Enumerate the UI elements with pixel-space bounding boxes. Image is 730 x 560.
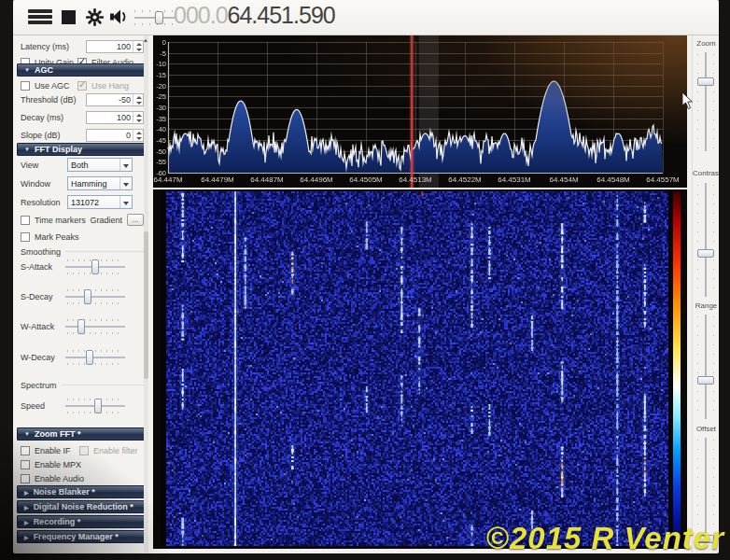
y-tick-label: -5 [153,49,166,58]
enable-audio-label: Enable Audio [35,474,84,483]
mark-peaks-checkbox[interactable] [21,232,30,242]
zoom-slider-thumb[interactable] [697,77,714,86]
window-dropdown[interactable]: Hamming [67,176,133,190]
y-tick-label: -45 [153,136,166,145]
zoom-slider[interactable] [696,52,715,151]
x-tick-label: 64.4496M [300,175,333,184]
volume-thumb[interactable] [155,11,163,24]
decay-spinner[interactable]: 100 [86,111,144,124]
sdrsharp-window: 000.064.451.590 Latency (ms) 100 Unity G… [13,0,719,553]
x-tick-label: 64.4531M [498,175,531,184]
slope-spinner[interactable]: 0 [86,129,144,142]
speed-slider[interactable] [65,399,125,413]
collapse-arrow-icon: ▼ [24,67,30,73]
threshold-label: Threshold (dB) [21,95,77,105]
contrast-slider-thumb[interactable] [697,249,714,258]
y-tick-label: -20 [153,82,166,91]
s-decay-label: S-Decay [21,292,65,301]
collapse-arrow-icon: ▼ [24,431,30,437]
time-markers-checkbox[interactable] [21,216,30,225]
scroll-up-icon[interactable]: ▲ [143,37,148,43]
use-agc-label: Use AGC [35,81,77,91]
x-tick-label: 64.4479M [201,175,234,184]
frequency-leading-zeros: 000.0 [174,2,228,28]
w-attack-slider[interactable] [65,319,125,334]
view-dropdown[interactable]: Both [67,158,133,172]
y-tick-label: -50 [153,147,166,156]
y-tick-label: -40 [153,125,166,133]
fft-spectrum-canvas[interactable] [153,35,687,190]
toolbar: 000.064.451.590 [13,0,719,35]
y-tick-label: -25 [153,92,166,101]
use-agc-checkbox[interactable] [21,81,30,91]
noise-blanker-section-header[interactable]: ▶Noise Blanker * [17,485,146,498]
resolution-dropdown[interactable]: 131072 [67,195,133,209]
s-attack-label: S-Attack [21,262,65,272]
expand-arrow-icon: ▶ [24,534,29,540]
stop-button[interactable] [62,10,76,24]
contrast-slider-label: Contrast [693,169,719,177]
view-label: View [21,161,67,170]
y-tick-label: -30 [153,104,166,112]
settings-gear-icon[interactable] [86,8,104,30]
x-tick-label: 64.4522M [448,175,482,184]
collapse-arrow-icon: ▼ [24,147,30,152]
frequency-value: 64.451.590 [228,2,335,28]
use-hang-label: Use Hang [91,81,129,91]
menu-icon[interactable] [28,7,52,26]
range-slider-thumb[interactable] [697,376,714,385]
recording-section-header[interactable]: ▶Recording * [17,515,146,528]
y-tick-label: -15 [153,71,166,79]
enable-audio-checkbox[interactable] [21,474,30,483]
offset-slider-label: Offset [693,425,719,433]
control-sidebar: Latency (ms) 100 Unity Gain Filter Audio… [13,35,149,553]
x-tick-label: 64.4487M [250,175,284,184]
enable-filter-label: Enable filter [93,446,138,455]
waterfall-canvas[interactable] [161,191,673,546]
x-tick-label: 64.454M [549,175,578,184]
y-tick-label: -55 [153,158,166,166]
enable-if-checkbox[interactable] [21,446,30,455]
spectrum-and-waterfall-panel: 64.447M64.4479M64.4487M64.4496M64.4505M6… [153,35,687,549]
window-label: Window [21,179,67,189]
chevron-down-icon [119,196,132,208]
digital-noise-reduction-section-header[interactable]: ▶Digital Noise Reduction * [17,500,146,513]
gradient-label: Gradient [90,216,122,225]
frequency-manager-section-header[interactable]: ▶Frequency Manager * [17,530,146,543]
contrast-slider[interactable] [696,183,715,297]
zoom-slider-label: Zoom [693,39,719,48]
speaker-icon[interactable] [110,8,129,29]
enable-if-label: Enable IF [35,446,79,455]
spin-down-icon[interactable] [133,47,143,52]
volume-slider[interactable] [134,12,175,23]
use-hang-checkbox [77,81,87,91]
agc-section-header[interactable]: ▼AGC [17,63,146,77]
chevron-down-icon [119,159,132,171]
sidebar-scrollbar-thumb[interactable] [144,231,148,379]
time-markers-label: Time markers [35,216,86,225]
mark-peaks-label: Mark Peaks [35,232,79,242]
enable-filter-checkbox [79,446,89,455]
stop-icon [62,10,76,24]
gradient-ellipsis-button[interactable]: ... [127,214,144,226]
y-tick-label: 0 [153,38,166,47]
threshold-spinner[interactable]: -50 [86,93,144,106]
enable-mpx-checkbox[interactable] [21,460,30,469]
spectrum-waterfall-divider [153,188,687,189]
expand-arrow-icon: ▶ [24,519,29,525]
y-tick-label: -10 [153,60,166,68]
zoom-fft-section-header[interactable]: ▼Zoom FFT * [17,427,146,441]
fft-display-section-header[interactable]: ▼FFT Display [17,143,146,156]
y-tick-label: -35 [153,115,166,123]
x-tick-label: 64.4513M [399,175,432,184]
expand-arrow-icon: ▶ [24,504,29,511]
w-decay-slider[interactable] [65,350,125,365]
latency-spinner[interactable]: 100 [86,40,144,53]
frequency-display[interactable]: 000.064.451.590 [174,2,335,29]
sidebar-scrollbar[interactable] [144,35,148,553]
range-slider[interactable] [696,315,715,419]
s-decay-slider[interactable] [65,289,125,304]
x-tick-label: 64.4557M [646,175,680,184]
x-tick-label: 64.4505M [349,175,383,184]
s-attack-slider[interactable] [65,259,125,274]
